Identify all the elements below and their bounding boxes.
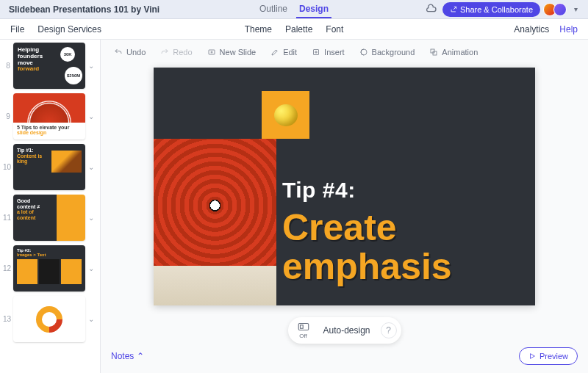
menu-file[interactable]: File	[10, 24, 24, 35]
slide-number: 10	[3, 163, 13, 171]
svg-marker-7	[530, 353, 534, 358]
thumb-row[interactable]: 13 ⌄	[3, 296, 97, 342]
share-label: Share & Collaborate	[460, 5, 533, 14]
slide-number: 13	[3, 315, 13, 323]
thumb-row[interactable]: 8 Helpingfoundersmoveforward 30K $250M ⌄	[3, 43, 97, 89]
toolbar: Undo Redo New Slide Edit Insert Backgrou…	[101, 40, 588, 65]
autodesign-toggle[interactable]: Off	[292, 320, 314, 341]
menu-design-services[interactable]: Design Services	[37, 24, 101, 35]
chevron-up-icon: ⌃	[137, 351, 144, 361]
slide-number: 11	[3, 214, 13, 222]
slide-thumbnail[interactable]	[13, 296, 85, 342]
chevron-down-icon[interactable]: ⌄	[85, 214, 97, 222]
slide-thumbnail[interactable]: Helpingfoundersmoveforward 30K $250M	[13, 43, 85, 89]
autodesign-control: Off Auto-design ?	[287, 317, 401, 344]
slide-number: 8	[3, 62, 13, 70]
chevron-down-icon[interactable]: ⌄	[85, 264, 97, 272]
menu-help[interactable]: Help	[559, 24, 578, 35]
edit-button[interactable]: Edit	[265, 45, 303, 59]
thumb-row[interactable]: 12 Tip #2:Images > Text ⌄	[3, 245, 97, 291]
thumb-row[interactable]: 10 Tip #1:Content is king ⌄	[3, 144, 97, 190]
window-titlebar: Slidebean Presentations 101 by Vini Outl…	[0, 0, 588, 19]
mode-tabs: Outline Design	[257, 1, 331, 18]
slide-headline: Createemphasis	[282, 209, 452, 286]
slide-image-main	[154, 139, 276, 305]
slide-thumbnail[interactable]: Goodcontent ≠a lot ofcontent	[13, 195, 85, 241]
slide-number: 12	[3, 264, 13, 272]
cloud-sync-icon[interactable]	[425, 2, 437, 16]
tab-outline[interactable]: Outline	[257, 1, 290, 18]
chevron-down-icon[interactable]: ⌄	[85, 315, 97, 323]
preview-button[interactable]: Preview	[519, 347, 578, 365]
canvas[interactable]: Tip #4: Createemphasis	[101, 65, 588, 338]
current-slide[interactable]: Tip #4: Createemphasis	[154, 68, 535, 305]
menu-analytics[interactable]: Analytics	[514, 24, 549, 35]
chevron-down-icon[interactable]: ▾	[573, 5, 579, 13]
collaborator-avatars[interactable]	[546, 3, 567, 16]
insert-button[interactable]: Insert	[306, 45, 351, 59]
redo-button: Redo	[154, 45, 198, 59]
background-button[interactable]: Background	[354, 45, 421, 59]
autodesign-button[interactable]: Auto-design	[318, 325, 374, 336]
share-button[interactable]: Share & Collaborate	[442, 2, 540, 17]
svg-rect-4	[433, 51, 437, 55]
slide-panel[interactable]: 8 Helpingfoundersmoveforward 30K $250M ⌄…	[0, 40, 101, 373]
tab-design[interactable]: Design	[296, 1, 331, 18]
chevron-down-icon[interactable]: ⌄	[85, 163, 97, 171]
slide-thumbnail[interactable]: 5 Tips to elevate yourslide design	[13, 93, 85, 140]
slide-thumbnail[interactable]: Tip #2:Images > Text	[13, 245, 85, 291]
thumb-row[interactable]: 11 Goodcontent ≠a lot ofcontent ⌄	[3, 195, 97, 241]
slide-thumbnail[interactable]: Tip #1:Content is king	[13, 144, 85, 190]
menu-palette[interactable]: Palette	[285, 24, 312, 35]
slide-image-accent	[262, 91, 309, 139]
titlebar-actions: Share & Collaborate ▾	[425, 2, 579, 17]
slide-tip-label: Tip #4:	[282, 178, 452, 203]
main-area: Undo Redo New Slide Edit Insert Backgrou…	[101, 40, 588, 373]
chevron-down-icon[interactable]: ⌄	[85, 112, 97, 120]
chevron-down-icon[interactable]: ⌄	[85, 62, 97, 70]
menu-bar: File Design Services Theme Palette Font …	[0, 19, 588, 40]
menu-font[interactable]: Font	[326, 24, 343, 35]
thumb-row[interactable]: 9 5 Tips to elevate yourslide design ⌄	[3, 93, 97, 140]
slide-text: Tip #4: Createemphasis	[282, 178, 452, 286]
new-slide-button[interactable]: New Slide	[201, 45, 262, 59]
undo-button[interactable]: Undo	[108, 45, 151, 59]
svg-rect-6	[300, 325, 303, 329]
slide-number: 9	[3, 112, 13, 120]
document-title: Slidebean Presentations 101 by Vini	[9, 4, 159, 15]
help-icon[interactable]: ?	[381, 322, 397, 338]
notes-button[interactable]: Notes ⌃	[111, 351, 144, 361]
animation-button[interactable]: Animation	[423, 45, 484, 59]
menu-theme[interactable]: Theme	[245, 24, 272, 35]
svg-rect-3	[431, 49, 434, 53]
avatar	[553, 3, 567, 16]
workspace: 8 Helpingfoundersmoveforward 30K $250M ⌄…	[0, 40, 588, 373]
